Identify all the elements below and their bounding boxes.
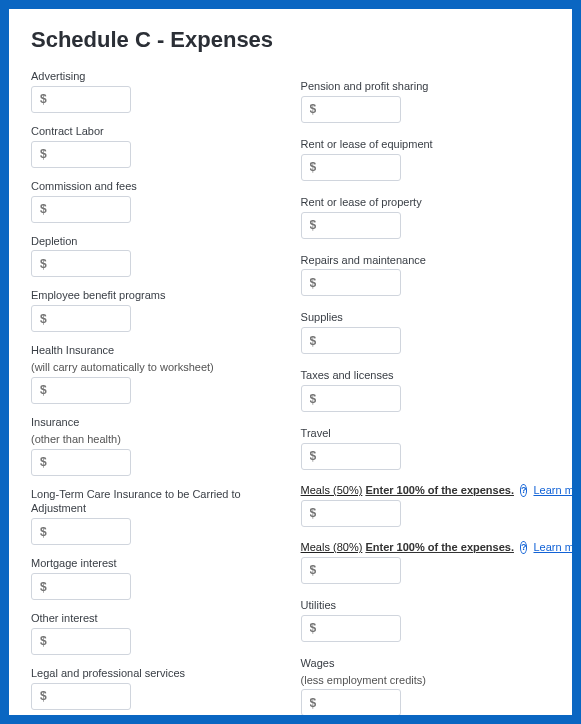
- sublabel-wages: (less employment credits): [301, 673, 550, 688]
- input-advertising[interactable]: [31, 86, 131, 113]
- field-mortgage-interest: Mortgage interest: [31, 556, 291, 600]
- field-insurance: Insurance (other than health): [31, 415, 291, 476]
- help-icon[interactable]: ?: [520, 484, 528, 497]
- app-frame: Schedule C - Expenses Advertising Contra…: [0, 0, 581, 724]
- input-meals-80[interactable]: [301, 557, 401, 584]
- input-taxes-licenses[interactable]: [301, 385, 401, 412]
- meals-50-row: Meals (50%) Enter 100% of the expenses. …: [301, 484, 550, 497]
- input-meals-50[interactable]: [301, 500, 401, 527]
- label-insurance: Insurance: [31, 415, 291, 430]
- label-contract-labor: Contract Labor: [31, 124, 291, 139]
- input-commission-fees[interactable]: [31, 196, 131, 223]
- label-taxes-licenses: Taxes and licenses: [301, 368, 550, 383]
- field-employee-benefit: Employee benefit programs: [31, 288, 291, 332]
- sublabel-health-insurance: (will carry automatically to worksheet): [31, 360, 291, 375]
- label-health-insurance: Health Insurance: [31, 343, 291, 358]
- meals-50-label: Meals (50%) Enter 100% of the expenses.: [301, 484, 514, 496]
- input-pension[interactable]: [301, 96, 401, 123]
- label-rent-property: Rent or lease of property: [301, 195, 550, 210]
- field-depletion: Depletion: [31, 234, 291, 278]
- label-travel: Travel: [301, 426, 550, 441]
- input-utilities[interactable]: [301, 615, 401, 642]
- input-supplies[interactable]: [301, 327, 401, 354]
- label-employee-benefit: Employee benefit programs: [31, 288, 291, 303]
- field-meals-50: Meals (50%) Enter 100% of the expenses. …: [301, 484, 550, 527]
- input-legal-professional[interactable]: [31, 683, 131, 710]
- field-wages: Wages (less employment credits): [301, 656, 550, 715]
- learn-more-link[interactable]: Learn more: [533, 484, 572, 496]
- input-employee-benefit[interactable]: [31, 305, 131, 332]
- sublabel-insurance: (other than health): [31, 432, 291, 447]
- input-rent-property[interactable]: [301, 212, 401, 239]
- field-taxes-licenses: Taxes and licenses: [301, 368, 550, 412]
- input-repairs[interactable]: [301, 269, 401, 296]
- field-other-interest: Other interest: [31, 611, 291, 655]
- field-advertising: Advertising: [31, 69, 291, 113]
- input-health-insurance[interactable]: [31, 377, 131, 404]
- help-icon[interactable]: ?: [520, 541, 528, 554]
- meals-80-row: Meals (80%) Enter 100% of the expenses. …: [301, 541, 550, 554]
- label-utilities: Utilities: [301, 598, 550, 613]
- label-other-interest: Other interest: [31, 611, 291, 626]
- meals-80-label: Meals (80%) Enter 100% of the expenses.: [301, 541, 514, 553]
- field-travel: Travel: [301, 426, 550, 470]
- input-rent-equipment[interactable]: [301, 154, 401, 181]
- input-travel[interactable]: [301, 443, 401, 470]
- label-legal-professional: Legal and professional services: [31, 666, 291, 681]
- field-contract-labor: Contract Labor: [31, 124, 291, 168]
- label-pension: Pension and profit sharing: [301, 79, 550, 94]
- input-contract-labor[interactable]: [31, 141, 131, 168]
- field-repairs: Repairs and maintenance: [301, 253, 550, 297]
- input-mortgage-interest[interactable]: [31, 573, 131, 600]
- field-legal-professional: Legal and professional services: [31, 666, 291, 710]
- label-advertising: Advertising: [31, 69, 291, 84]
- label-wages: Wages: [301, 656, 550, 671]
- label-mortgage-interest: Mortgage interest: [31, 556, 291, 571]
- input-insurance[interactable]: [31, 449, 131, 476]
- field-commission-fees: Commission and fees: [31, 179, 291, 223]
- label-commission-fees: Commission and fees: [31, 179, 291, 194]
- label-depletion: Depletion: [31, 234, 291, 249]
- label-supplies: Supplies: [301, 310, 550, 325]
- input-other-interest[interactable]: [31, 628, 131, 655]
- right-column: Pension and profit sharing Rent or lease…: [301, 69, 550, 715]
- field-meals-80: Meals (80%) Enter 100% of the expenses. …: [301, 541, 550, 584]
- page-title: Schedule C - Expenses: [31, 27, 550, 53]
- field-pension: Pension and profit sharing: [301, 79, 550, 123]
- left-column: Advertising Contract Labor Commission an…: [31, 69, 291, 715]
- label-long-term-care: Long-Term Care Insurance to be Carried t…: [31, 487, 291, 517]
- page: Schedule C - Expenses Advertising Contra…: [9, 9, 572, 715]
- label-rent-equipment: Rent or lease of equipment: [301, 137, 550, 152]
- field-long-term-care: Long-Term Care Insurance to be Carried t…: [31, 487, 291, 546]
- field-supplies: Supplies: [301, 310, 550, 354]
- label-repairs: Repairs and maintenance: [301, 253, 550, 268]
- field-utilities: Utilities: [301, 598, 550, 642]
- field-rent-equipment: Rent or lease of equipment: [301, 137, 550, 181]
- input-depletion[interactable]: [31, 250, 131, 277]
- field-rent-property: Rent or lease of property: [301, 195, 550, 239]
- input-long-term-care[interactable]: [31, 518, 131, 545]
- learn-more-link[interactable]: Learn more: [533, 541, 572, 553]
- input-wages[interactable]: [301, 689, 401, 715]
- field-health-insurance: Health Insurance (will carry automatical…: [31, 343, 291, 404]
- form-columns: Advertising Contract Labor Commission an…: [31, 69, 550, 715]
